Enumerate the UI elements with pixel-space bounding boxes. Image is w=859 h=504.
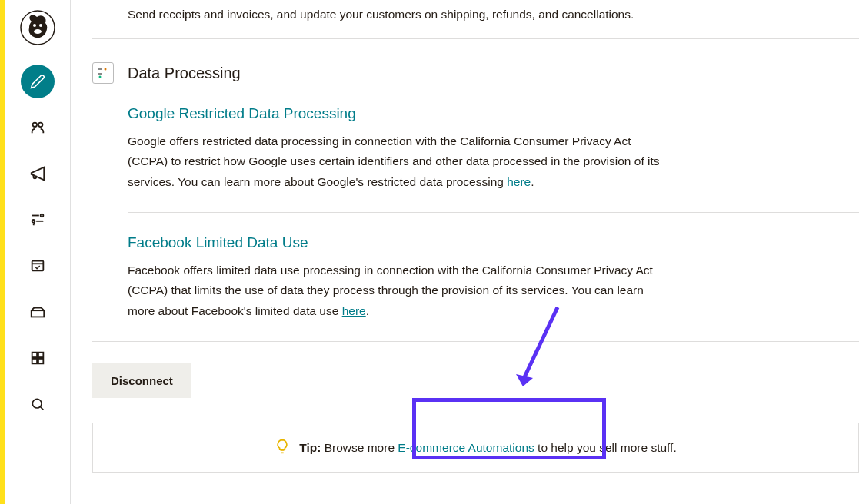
disconnect-button[interactable]: Disconnect xyxy=(92,363,191,398)
grid-icon xyxy=(29,350,46,366)
sub-divider xyxy=(128,212,859,213)
svg-point-2 xyxy=(39,24,42,27)
facebook-subsection: Facebook Limited Data Use Facebook offer… xyxy=(128,234,859,321)
svg-rect-16 xyxy=(98,68,102,70)
google-body: Google offers restricted data processing… xyxy=(128,131,666,192)
svg-rect-8 xyxy=(32,261,43,271)
sidebar-item-automations[interactable] xyxy=(21,203,55,237)
sidebar-item-audience[interactable] xyxy=(21,111,55,144)
tip-label: Tip: xyxy=(299,441,321,454)
mailchimp-logo[interactable] xyxy=(19,9,56,46)
main-content: Send receipts and invoices, and update y… xyxy=(71,0,859,504)
svg-marker-21 xyxy=(516,374,533,386)
divider xyxy=(92,341,859,342)
svg-point-19 xyxy=(99,76,102,78)
svg-point-4 xyxy=(32,123,37,128)
tip-after: to help you sell more stuff. xyxy=(534,441,677,454)
facebook-here-link[interactable]: here xyxy=(342,304,366,317)
google-subsection: Google Restricted Data Processing Google… xyxy=(128,105,859,192)
content-icon xyxy=(29,303,46,320)
section-title: Data Processing xyxy=(128,65,241,82)
lightbulb-icon xyxy=(275,439,290,457)
svg-rect-12 xyxy=(32,359,36,363)
svg-point-5 xyxy=(38,123,42,128)
divider xyxy=(92,38,859,39)
facebook-body: Facebook offers limited data use process… xyxy=(128,260,666,321)
sidebar-item-create[interactable] xyxy=(21,65,55,98)
svg-line-15 xyxy=(40,406,43,410)
google-body-text: Google offers restricted data processing… xyxy=(128,134,660,188)
svg-point-6 xyxy=(40,214,43,217)
google-body-after: . xyxy=(531,175,534,188)
sidebar-item-search[interactable] xyxy=(21,387,55,421)
tip-before: Browse more xyxy=(321,441,398,454)
audience-icon xyxy=(29,119,46,136)
intro-text: Send receipts and invoices, and update y… xyxy=(128,8,859,22)
svg-point-1 xyxy=(33,24,36,27)
sidebar-item-integrations[interactable] xyxy=(21,341,55,375)
svg-rect-10 xyxy=(32,353,36,357)
svg-point-17 xyxy=(105,68,107,71)
facebook-body-text: Facebook offers limited data use process… xyxy=(128,264,653,317)
pencil-icon xyxy=(30,74,45,89)
sidebar xyxy=(5,0,71,504)
section-header: Data Processing xyxy=(92,62,859,84)
svg-rect-18 xyxy=(98,73,102,75)
facebook-body-after: . xyxy=(366,304,369,317)
google-title: Google Restricted Data Processing xyxy=(128,105,859,122)
data-processing-icon xyxy=(92,62,114,84)
tip-link[interactable]: E-commerce Automations xyxy=(398,441,534,454)
svg-rect-13 xyxy=(38,359,42,363)
tip-box: Tip: Browse more E-commerce Automations … xyxy=(92,423,859,473)
sidebar-item-website[interactable] xyxy=(21,249,55,283)
sidebar-item-campaigns[interactable] xyxy=(21,157,55,191)
svg-point-14 xyxy=(32,399,42,408)
svg-rect-9 xyxy=(31,310,44,317)
facebook-title: Facebook Limited Data Use xyxy=(128,234,859,251)
sidebar-item-content[interactable] xyxy=(21,295,55,329)
search-icon xyxy=(30,396,45,412)
monkey-logo-icon xyxy=(20,10,55,45)
google-here-link[interactable]: here xyxy=(507,175,531,188)
svg-point-3 xyxy=(34,29,42,34)
automations-icon xyxy=(29,211,46,228)
svg-rect-11 xyxy=(38,353,42,357)
tip-text: Tip: Browse more E-commerce Automations … xyxy=(299,441,676,455)
megaphone-icon xyxy=(29,165,46,182)
website-icon xyxy=(29,257,46,274)
